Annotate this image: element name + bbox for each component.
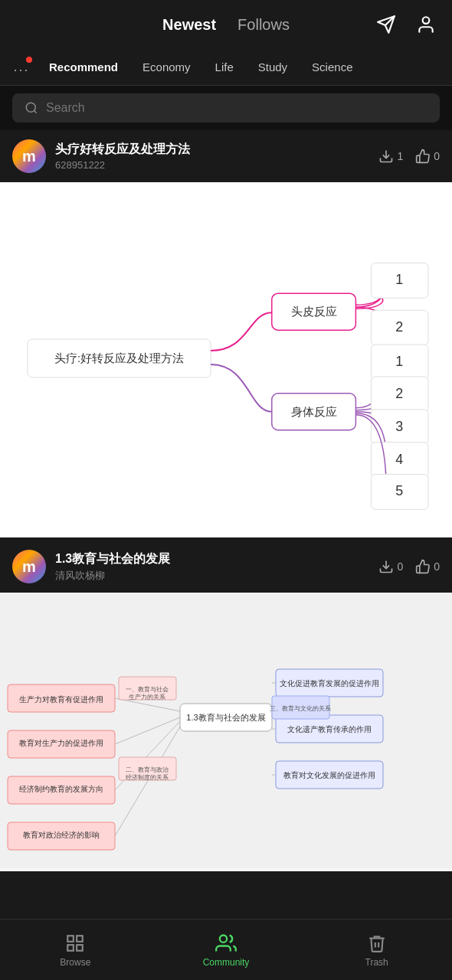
svg-text:文化促进教育发展的促进作用: 文化促进教育发展的促进作用 — [280, 679, 379, 688]
svg-text:2: 2 — [395, 386, 403, 401]
community-label: Community — [203, 957, 250, 968]
notification-dot — [26, 57, 32, 63]
post-2-download[interactable]: 0 — [378, 559, 403, 574]
svg-text:教育对生产力的促进作用: 教育对生产力的促进作用 — [19, 739, 103, 747]
post-2-header: m 1.3教育与社会的发展 清风吹杨柳 0 0 — [0, 541, 452, 593]
svg-text:经济制度的关系: 经济制度的关系 — [126, 774, 169, 781]
svg-text:一、教育与社会: 一、教育与社会 — [126, 686, 169, 693]
trash-icon — [366, 933, 388, 954]
svg-rect-61 — [68, 945, 74, 951]
post-1-header: m 头疗好转反应及处理方法 628951222 1 0 — [0, 130, 452, 182]
community-icon — [215, 933, 237, 954]
svg-rect-60 — [77, 936, 83, 942]
category-recommend[interactable]: Recommend — [37, 54, 130, 80]
svg-point-2 — [423, 17, 430, 24]
browse-icon — [64, 933, 86, 954]
svg-text:5: 5 — [395, 483, 403, 498]
browse-label: Browse — [60, 957, 90, 968]
send-button[interactable] — [372, 11, 400, 38]
nav-browse[interactable]: Browse — [29, 933, 121, 968]
svg-text:教育对政治经济的影响: 教育对政治经济的影响 — [23, 831, 100, 839]
more-button[interactable]: ... — [6, 52, 37, 83]
post-1-avatar: m — [12, 139, 46, 173]
nav-trash[interactable]: Trash — [331, 933, 423, 968]
svg-rect-62 — [77, 945, 83, 951]
svg-text:三、教育与文化的关系: 三、教育与文化的关系 — [270, 705, 331, 712]
tab-newest[interactable]: Newest — [162, 16, 216, 34]
svg-rect-59 — [68, 936, 74, 942]
profile-button[interactable] — [412, 11, 440, 38]
post-1-like[interactable]: 0 — [415, 149, 440, 164]
header-tabs: Newest Follows — [162, 16, 290, 34]
svg-text:1: 1 — [395, 272, 403, 287]
post-2-title[interactable]: 1.3教育与社会的发展 — [55, 551, 369, 567]
svg-text:文化遗产教育传承的作用: 文化遗产教育传承的作用 — [287, 725, 372, 733]
post-1-download[interactable]: 1 — [378, 149, 403, 164]
svg-text:1.3教育与社会的发展: 1.3教育与社会的发展 — [186, 713, 265, 722]
category-life[interactable]: Life — [203, 54, 246, 80]
mindmap-2-svg: 生产力对教育有促进作用 教育对生产力的促进作用 经济制约教育的发展方向 教育对政… — [0, 593, 452, 868]
svg-text:经济制约教育的发展方向: 经济制约教育的发展方向 — [19, 785, 103, 793]
header-icons — [372, 11, 440, 38]
search-icon — [25, 101, 38, 115]
post-1-author: 628951222 — [55, 159, 369, 171]
svg-text:生产力的关系: 生产力的关系 — [129, 694, 165, 701]
post-card-2: m 1.3教育与社会的发展 清风吹杨柳 0 0 — [0, 541, 452, 871]
category-bar: ... Recommend Economy Life Study Science — [0, 49, 452, 86]
post-2-author: 清风吹杨柳 — [55, 569, 369, 583]
search-bar — [0, 86, 452, 130]
svg-text:生产力对教育有促进作用: 生产力对教育有促进作用 — [19, 695, 103, 704]
like-icon — [415, 149, 431, 164]
mindmap-1[interactable]: 头疗:好转反应及处理方法 头皮反应 1 2 身体反应 1 — [0, 182, 452, 537]
svg-text:3: 3 — [395, 419, 403, 434]
mindmap-1-svg: 头疗:好转反应及处理方法 头皮反应 1 2 身体反应 1 — [12, 198, 440, 519]
svg-text:1: 1 — [395, 354, 403, 369]
svg-text:身体反应: 身体反应 — [291, 405, 337, 418]
svg-text:二、教育与政治: 二、教育与政治 — [126, 766, 169, 773]
bottom-nav: Browse Community Trash — [0, 919, 452, 980]
category-science[interactable]: Science — [300, 54, 365, 80]
post-2-meta: 1.3教育与社会的发展 清风吹杨柳 — [55, 551, 369, 583]
svg-point-3 — [26, 103, 35, 112]
post-card-1: m 头疗好转反应及处理方法 628951222 1 0 — [0, 130, 452, 537]
svg-text:头疗:好转反应及处理方法: 头疗:好转反应及处理方法 — [54, 351, 184, 364]
header: Newest Follows — [0, 0, 452, 49]
search-wrap[interactable] — [12, 93, 440, 122]
post-2-avatar: m — [12, 550, 46, 583]
post-1-actions: 1 0 — [378, 149, 440, 164]
svg-text:2: 2 — [395, 319, 403, 335]
svg-text:头皮反应: 头皮反应 — [291, 305, 337, 318]
download-icon-2 — [378, 559, 394, 574]
download-icon — [378, 149, 394, 164]
post-2-like[interactable]: 0 — [415, 559, 440, 574]
trash-label: Trash — [365, 957, 388, 968]
nav-community[interactable]: Community — [180, 933, 272, 968]
search-input[interactable] — [46, 101, 427, 115]
svg-point-63 — [220, 935, 227, 942]
category-study[interactable]: Study — [246, 54, 300, 80]
svg-text:教育对文化发展的促进作用: 教育对文化发展的促进作用 — [283, 771, 375, 779]
svg-text:4: 4 — [395, 452, 403, 467]
like-icon-2 — [415, 559, 431, 574]
tab-follows[interactable]: Follows — [237, 16, 290, 34]
post-1-meta: 头疗好转反应及处理方法 628951222 — [55, 142, 369, 171]
category-economy[interactable]: Economy — [130, 54, 203, 80]
svg-line-4 — [34, 110, 36, 113]
post-2-actions: 0 0 — [378, 559, 440, 574]
mindmap-2[interactable]: 生产力对教育有促进作用 教育对生产力的促进作用 经济制约教育的发展方向 教育对政… — [0, 593, 452, 871]
post-1-title[interactable]: 头疗好转反应及处理方法 — [55, 142, 369, 158]
